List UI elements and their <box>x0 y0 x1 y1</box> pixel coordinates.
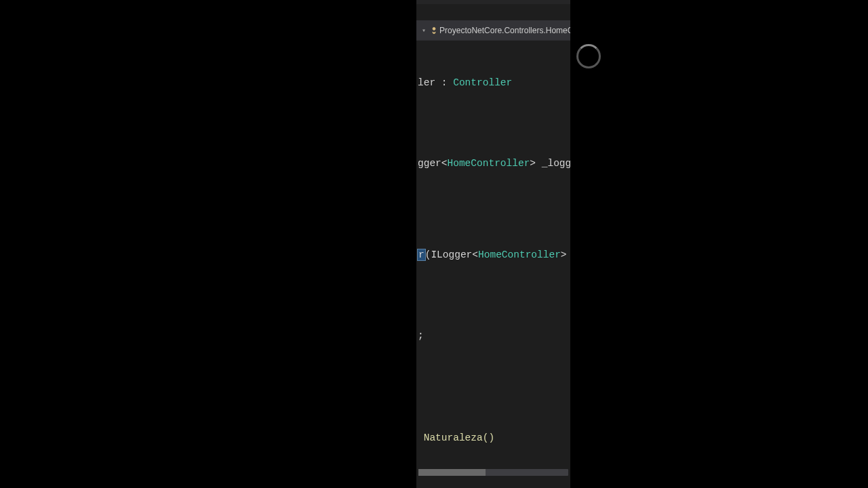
chevron-down-icon[interactable]: ▾ <box>418 26 430 35</box>
code-line: gger<HomeController> _logger; <box>416 157 570 171</box>
breadcrumb-namespace[interactable]: ProyectoNetCore.Controllers.HomeC <box>439 26 570 35</box>
scrollbar-thumb[interactable] <box>418 469 486 476</box>
cursor-selection: r <box>418 249 425 260</box>
class-icon <box>430 26 438 35</box>
code-line: Naturaleza() <box>416 431 570 445</box>
code-line: r(ILogger<HomeController> log <box>416 248 570 262</box>
code-line: ; <box>416 329 570 343</box>
breadcrumb-bar[interactable]: ▾ ProyectoNetCore.Controllers.HomeC <box>416 20 570 41</box>
horizontal-scrollbar[interactable] <box>418 469 568 476</box>
code-line: ler : Controller <box>416 76 570 90</box>
code-content[interactable]: ler : Controller gger<HomeController> _l… <box>416 41 570 488</box>
loading-spinner-icon <box>576 44 601 68</box>
code-editor-pane: ▾ ProyectoNetCore.Controllers.HomeC ler … <box>416 0 570 488</box>
tab-strip <box>416 0 570 4</box>
